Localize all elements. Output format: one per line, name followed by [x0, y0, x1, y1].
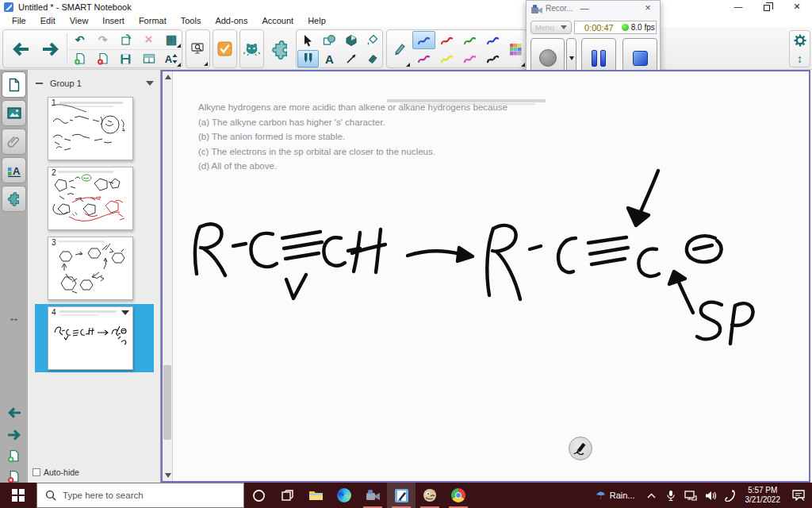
tray-smart-ink[interactable] — [721, 483, 741, 508]
tray-clock[interactable]: 5:57 PM 3/21/2022 — [741, 486, 786, 505]
delete-page-button[interactable] — [91, 49, 114, 68]
new-page-button[interactable] — [68, 49, 91, 68]
sidebar-next-page-button[interactable] — [2, 425, 25, 444]
pen-red[interactable] — [435, 31, 458, 49]
scrollbar-thumb[interactable] — [163, 365, 171, 440]
line-tool[interactable] — [340, 50, 362, 67]
taskbar-task-view[interactable] — [273, 483, 301, 508]
record-circle-icon — [539, 49, 557, 67]
recorder-timer-box: 0:00:47 8.0 fps — [574, 21, 657, 34]
sidebar-previous-page-button[interactable] — [2, 403, 25, 422]
recorder-timer: 0:00:47 — [584, 23, 614, 33]
move-sidebar-button[interactable]: ↔ — [2, 308, 25, 327]
save-button[interactable] — [114, 49, 137, 68]
shape-recognition-button[interactable] — [267, 37, 294, 64]
move-toolbar-button[interactable]: ↕ — [790, 50, 810, 67]
taskbar-smart-notebook[interactable] — [387, 483, 416, 508]
shapes-tool[interactable] — [319, 31, 340, 49]
menu-help[interactable]: Help — [301, 16, 333, 25]
minimize-button[interactable]: — — [726, 0, 750, 13]
start-button[interactable] — [0, 483, 36, 508]
color-palette-button[interactable] — [504, 30, 527, 68]
recorder-menu-button[interactable]: Menu — [530, 21, 572, 34]
page-menu-caret-icon[interactable] — [121, 310, 129, 315]
taskbar-cortana[interactable] — [244, 483, 273, 508]
recorder-close-button[interactable]: × — [639, 2, 657, 14]
tray-microphone[interactable] — [661, 483, 681, 508]
pen-pink-dashed[interactable] — [458, 50, 481, 67]
redo-button[interactable]: ↷ — [91, 30, 114, 49]
page-thumbnail-2[interactable]: 2 — [48, 167, 133, 230]
toolbar-settings-button[interactable] — [790, 31, 810, 49]
restore-button[interactable] — [755, 0, 779, 13]
text-tool[interactable]: A — [319, 50, 340, 67]
delete-button[interactable]: × — [137, 30, 160, 49]
menu-account[interactable]: Account — [255, 16, 301, 25]
tab-properties[interactable]: A — [2, 157, 26, 183]
scroll-down-icon[interactable] — [165, 473, 171, 478]
close-button[interactable]: × — [785, 0, 809, 13]
taskbar-chrome[interactable] — [444, 483, 473, 508]
menu-view[interactable]: View — [63, 16, 96, 25]
taskbar-smart-recorder[interactable] — [358, 483, 387, 508]
menu-addons[interactable]: Add-ons — [208, 16, 255, 25]
pen-style-button[interactable] — [387, 30, 412, 68]
canvas-scrollbar[interactable] — [163, 71, 173, 481]
activity-toolkit-button[interactable] — [239, 29, 264, 68]
notebook-canvas[interactable]: Alkyne hydrogens are more acidic than al… — [161, 70, 810, 483]
taskbar-paint-app[interactable] — [416, 483, 444, 508]
menu-tools[interactable]: Tools — [174, 16, 209, 25]
pen-yellow[interactable] — [435, 50, 458, 67]
tab-attachments[interactable] — [2, 129, 26, 155]
table-button[interactable]: ▦ — [160, 30, 182, 49]
taskbar-edge[interactable] — [330, 483, 358, 508]
screen-shade-button[interactable] — [137, 49, 160, 68]
tray-volume[interactable] — [701, 483, 721, 508]
pen-black-dashed[interactable] — [481, 50, 504, 67]
tray-expand-button[interactable] — [642, 483, 661, 508]
response-button[interactable] — [213, 29, 237, 68]
tab-addons[interactable] — [2, 186, 26, 212]
taskbar-file-explorer[interactable] — [301, 483, 330, 508]
undo-button[interactable]: ↶ — [68, 30, 91, 49]
menu-file[interactable]: File — [5, 16, 33, 25]
select-tool[interactable] — [297, 31, 319, 49]
tab-gallery[interactable] — [2, 100, 26, 126]
pens-tool[interactable] — [297, 50, 319, 67]
toolbar-group-file: ↶ ↷ × ▦ A — [2, 29, 182, 68]
fill-tool[interactable] — [362, 31, 382, 49]
pen-blue[interactable] — [412, 31, 435, 49]
windows-logo-icon — [12, 489, 25, 502]
page-thumbnail-3[interactable]: 3 — [48, 237, 133, 300]
pen-navy[interactable] — [481, 31, 504, 49]
recorder-minimize-button[interactable]: — — [576, 2, 593, 14]
menu-insert[interactable]: Insert — [95, 16, 132, 25]
collapse-group-icon[interactable] — [36, 83, 43, 84]
screen-capture-button[interactable] — [186, 29, 210, 68]
menu-edit[interactable]: Edit — [33, 16, 63, 25]
action-center-button[interactable] — [785, 483, 812, 508]
taskbar-search[interactable]: Type here to search — [36, 483, 244, 508]
page-thumbnail-1[interactable]: 1 — [48, 97, 133, 160]
sidebar-new-page-button[interactable] — [2, 446, 25, 465]
page-thumbnail-4[interactable]: 4 — [48, 306, 133, 370]
group-menu-caret-icon[interactable] — [146, 81, 154, 86]
import-button[interactable] — [114, 30, 137, 49]
tray-network[interactable] — [681, 483, 701, 508]
color-palette-icon — [510, 44, 522, 56]
pen-magenta[interactable] — [412, 50, 435, 67]
pen-green[interactable] — [458, 31, 481, 49]
previous-page-button[interactable] — [6, 35, 34, 64]
scroll-up-icon[interactable] — [165, 75, 171, 79]
next-page-button[interactable] — [36, 35, 64, 64]
autohide-checkbox[interactable]: Auto-hide — [33, 468, 79, 477]
tab-page-sorter[interactable] — [2, 71, 26, 98]
sort-text-button[interactable]: A — [160, 49, 182, 68]
polygon-tool[interactable] — [340, 31, 362, 49]
menu-format[interactable]: Format — [132, 16, 174, 25]
taskbar-weather[interactable]: ☂ Rain... — [589, 483, 641, 508]
smart-ink-pen-button[interactable] — [569, 437, 592, 460]
group-header[interactable]: Group 1 — [36, 76, 154, 90]
eraser-tool[interactable] — [362, 50, 382, 67]
page-number: 4 — [52, 308, 56, 317]
